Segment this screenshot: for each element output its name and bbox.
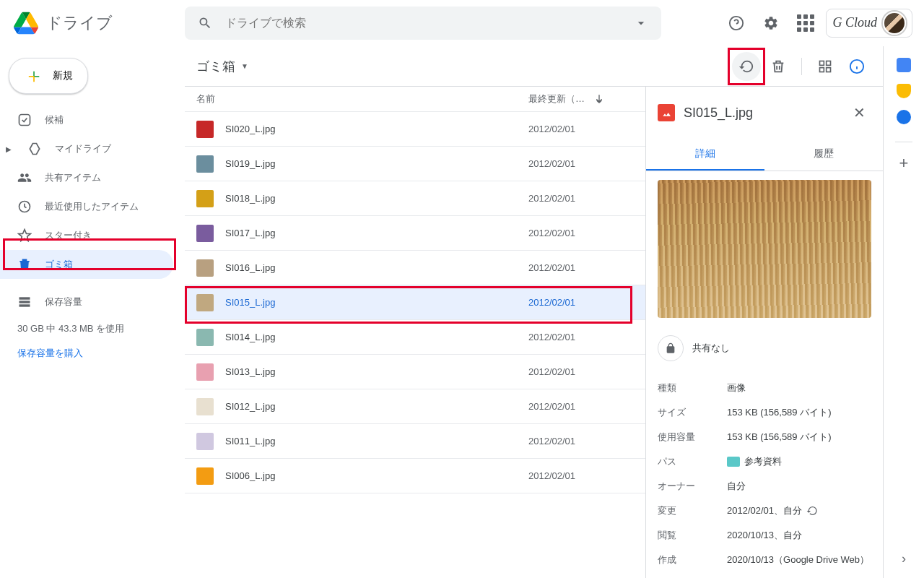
meta-value: 2012/02/01、自分 bbox=[727, 504, 871, 517]
breadcrumb[interactable]: ゴミ箱 ▼ bbox=[196, 58, 248, 75]
search-icon[interactable] bbox=[191, 9, 219, 38]
lock-icon bbox=[658, 335, 684, 361]
keep-app-icon[interactable] bbox=[897, 84, 911, 98]
sidebar-item-trash[interactable]: ゴミ箱 bbox=[0, 250, 173, 279]
file-preview bbox=[658, 180, 871, 318]
search-bar[interactable] bbox=[185, 7, 661, 40]
drive-logo-icon bbox=[12, 9, 40, 38]
help-icon[interactable] bbox=[722, 9, 751, 38]
sidebar-item-shared[interactable]: 共有アイテム bbox=[0, 163, 173, 192]
clock-icon bbox=[17, 199, 32, 214]
sort-arrow-icon bbox=[593, 93, 605, 105]
file-date: 2012/02/01 bbox=[528, 470, 575, 481]
account-chip[interactable]: G Cloud bbox=[826, 9, 912, 38]
svg-rect-2 bbox=[19, 115, 30, 126]
history-icon[interactable] bbox=[806, 505, 818, 517]
apps-icon[interactable] bbox=[791, 9, 820, 38]
file-date: 2012/02/01 bbox=[528, 262, 575, 273]
file-name: SI014_L.jpg bbox=[225, 332, 528, 342]
avatar[interactable] bbox=[883, 12, 906, 35]
chevron-right-icon[interactable]: ▶ bbox=[6, 145, 14, 153]
meta-value: 153 KB (156,589 バイト) bbox=[727, 406, 871, 419]
view-grid-button[interactable] bbox=[811, 52, 840, 81]
meta-row: 種類画像 bbox=[658, 376, 871, 400]
sidebar-item-storage[interactable]: 保存容量 bbox=[0, 288, 173, 316]
settings-icon[interactable] bbox=[757, 9, 785, 38]
info-button[interactable] bbox=[842, 52, 871, 81]
close-icon[interactable]: ✕ bbox=[847, 98, 871, 127]
file-thumbnail bbox=[196, 155, 214, 173]
file-row[interactable]: SI013_L.jpg2012/02/01 bbox=[185, 355, 645, 389]
file-date: 2012/02/01 bbox=[528, 124, 575, 134]
add-app-button[interactable]: + bbox=[899, 154, 909, 173]
new-button[interactable]: ＋ 新規 bbox=[9, 58, 88, 94]
file-row[interactable]: SI017_L.jpg2012/02/01 bbox=[185, 216, 645, 251]
sidebar-item-starred[interactable]: スター付き bbox=[0, 221, 173, 250]
file-date: 2012/02/01 bbox=[528, 366, 575, 377]
meta-label: オーナー bbox=[658, 480, 727, 493]
file-thumbnail bbox=[196, 467, 214, 485]
breadcrumb-label: ゴミ箱 bbox=[196, 58, 235, 75]
search-input[interactable] bbox=[219, 17, 627, 30]
file-date: 2012/02/01 bbox=[528, 193, 575, 204]
column-modified[interactable]: 最終更新（… bbox=[528, 92, 634, 105]
meta-row: パス 参考資料 bbox=[658, 449, 871, 474]
file-row[interactable]: SI014_L.jpg2012/02/01 bbox=[185, 320, 645, 355]
buy-storage-link[interactable]: 保存容量を購入 bbox=[0, 341, 185, 366]
file-date: 2012/02/01 bbox=[528, 332, 575, 342]
sidebar-item-mydrive[interactable]: ▶ マイドライブ bbox=[0, 134, 173, 163]
file-name: SI012_L.jpg bbox=[225, 401, 528, 412]
file-row[interactable]: SI006_L.jpg2012/02/01 bbox=[185, 459, 645, 493]
sidebar-item-recent[interactable]: 最近使用したアイテム bbox=[0, 192, 173, 221]
file-date: 2012/02/01 bbox=[528, 297, 575, 308]
meta-label: 作成 bbox=[658, 553, 727, 566]
file-thumbnail bbox=[196, 294, 214, 311]
column-name[interactable]: 名前 bbox=[196, 92, 528, 105]
calendar-app-icon[interactable] bbox=[897, 58, 911, 72]
details-title: SI015_L.jpg bbox=[684, 105, 839, 121]
tab-details[interactable]: 詳細 bbox=[646, 139, 764, 171]
file-thumbnail bbox=[196, 398, 214, 415]
file-thumbnail bbox=[196, 190, 214, 207]
plus-icon: ＋ bbox=[24, 66, 44, 86]
sidebar-item-priority[interactable]: 候補 bbox=[0, 105, 173, 134]
meta-row: 閲覧2020/10/13、自分 bbox=[658, 523, 871, 548]
toolbar-separator bbox=[801, 58, 802, 75]
meta-label: サイズ bbox=[658, 406, 727, 419]
meta-row: 作成2020/10/13（Google Drive Web） bbox=[658, 548, 871, 572]
restore-button[interactable] bbox=[732, 52, 761, 81]
people-icon bbox=[17, 171, 32, 185]
file-row[interactable]: SI016_L.jpg2012/02/01 bbox=[185, 251, 645, 285]
file-row[interactable]: SI012_L.jpg2012/02/01 bbox=[185, 389, 645, 424]
file-row[interactable]: SI015_L.jpg2012/02/01 bbox=[185, 285, 645, 320]
folder-icon bbox=[727, 457, 740, 467]
file-row[interactable]: SI018_L.jpg2012/02/01 bbox=[185, 181, 645, 216]
app-name: ドライブ bbox=[46, 12, 113, 34]
share-row: 共有なし bbox=[646, 327, 883, 370]
meta-row: オーナー自分 bbox=[658, 474, 871, 499]
delete-forever-button[interactable] bbox=[764, 52, 793, 81]
file-name: SI006_L.jpg bbox=[225, 470, 528, 481]
file-name: SI011_L.jpg bbox=[225, 436, 528, 447]
chevron-down-icon: ▼ bbox=[241, 62, 248, 70]
tab-history[interactable]: 履歴 bbox=[764, 139, 883, 171]
search-dropdown-icon[interactable] bbox=[627, 9, 655, 38]
file-row[interactable]: SI011_L.jpg2012/02/01 bbox=[185, 424, 645, 459]
chevron-right-icon[interactable]: › bbox=[902, 551, 906, 566]
tasks-app-icon[interactable] bbox=[897, 110, 911, 124]
meta-row: 変更2012/02/01、自分 bbox=[658, 499, 871, 523]
meta-row: 使用容量153 KB (156,589 バイト) bbox=[658, 425, 871, 449]
image-type-icon bbox=[658, 104, 675, 121]
sidebar-item-label: 候補 bbox=[45, 113, 64, 126]
header: ドライブ G Cloud bbox=[0, 0, 924, 46]
rail-separator bbox=[895, 142, 912, 142]
column-headers: 名前 最終更新（… bbox=[185, 87, 645, 112]
account-name: G Cloud bbox=[832, 15, 877, 30]
file-row[interactable]: SI019_L.jpg2012/02/01 bbox=[185, 147, 645, 181]
meta-value: 参考資料 bbox=[727, 455, 871, 468]
svg-rect-9 bbox=[820, 67, 824, 72]
sidebar-item-label: 保存容量 bbox=[45, 296, 82, 309]
file-row[interactable]: SI020_L.jpg2012/02/01 bbox=[185, 112, 645, 147]
share-text: 共有なし bbox=[692, 342, 730, 355]
trash-icon bbox=[17, 257, 32, 272]
